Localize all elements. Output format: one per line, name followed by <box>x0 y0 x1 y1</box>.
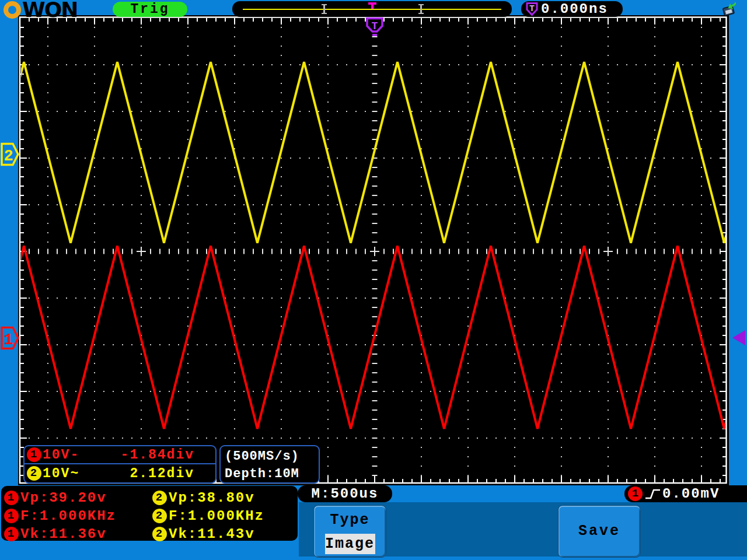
measurement-ch2-f: 2 F:1.000KHz <box>149 508 298 524</box>
horizontal-position-ruler <box>232 1 512 17</box>
measurements-panel: 1 Vp:39.20v 2 Vp:38.80v 1 F:1.000KHz 2 F… <box>1 486 298 541</box>
ch1-badge: 1 <box>4 491 19 505</box>
channel1-info-row: 1 10V- -1.84div <box>25 446 215 464</box>
trigger-level-readout: 1 0.00mV <box>624 485 747 502</box>
channel2-position-marker[interactable]: 2 <box>2 144 18 166</box>
usb-storage-icon <box>721 1 738 17</box>
sample-rate: (500MS/s) <box>225 448 319 466</box>
record-depth: Depth:10M <box>225 466 319 483</box>
channel-info-overlay: 1 10V- -1.84div 2 10V~ 2.12div <box>23 445 217 484</box>
channel1-offset: -1.84div <box>121 447 194 463</box>
measurement-ch1-vk: 1 Vk:11.36v <box>1 526 149 542</box>
measurement-ch2-vp: 2 Vp:38.80v <box>149 490 298 506</box>
owon-logo: WON <box>4 1 77 19</box>
type-button-title: Type <box>314 512 386 528</box>
timebase-readout: M:500us <box>298 485 392 502</box>
channel2-badge: 2 <box>27 466 41 481</box>
trigger-level-value: 0.00mV <box>662 486 720 502</box>
window-right-marker <box>420 4 422 14</box>
trigger-time-value: 0.000ns <box>541 1 608 17</box>
svg-text:T: T <box>529 4 535 14</box>
acquisition-info-overlay: (500MS/s) Depth:10M <box>219 445 320 484</box>
trigger-level-marker[interactable] <box>732 330 745 345</box>
svg-text:2: 2 <box>4 148 13 165</box>
measurement-ch2-vk: 2 Vk:11.43v <box>149 526 298 542</box>
ch2-badge: 2 <box>152 509 167 523</box>
channel2-info-row: 2 10V~ 2.12div <box>25 464 215 482</box>
ch2-badge: 2 <box>152 491 167 505</box>
channel1-position-marker[interactable]: 1 <box>2 328 18 349</box>
trigger-position-ruler-icon <box>368 2 376 9</box>
svg-text:1: 1 <box>4 331 13 349</box>
logo-o-ring <box>4 1 21 19</box>
trigger-time-icon: T <box>525 2 539 16</box>
type-button[interactable]: Type Image <box>313 505 386 558</box>
channel1-badge: 1 <box>27 447 41 462</box>
measurement-ch1-f: 1 F:1.000KHz <box>1 508 149 524</box>
trigger-status-badge: Trig <box>113 2 187 17</box>
type-button-value: Image <box>325 534 375 554</box>
ch1-badge: 1 <box>4 527 19 541</box>
channel2-scale: 10V~ <box>43 466 79 481</box>
trigger-source-badge: 1 <box>628 487 643 501</box>
save-button[interactable]: Save <box>558 505 641 558</box>
channel2-offset: 2.12div <box>130 466 194 481</box>
display-background <box>18 15 729 485</box>
window-left-marker <box>323 4 325 14</box>
ch2-badge: 2 <box>152 527 167 541</box>
svg-text:T: T <box>372 20 378 32</box>
logo-letters: WON <box>22 1 77 19</box>
trigger-time-readout: T 0.000ns <box>521 1 623 17</box>
ruler-line <box>243 9 501 10</box>
channel1-scale: 10V- <box>43 447 79 463</box>
ch1-badge: 1 <box>4 509 19 523</box>
rising-edge-icon <box>645 487 661 501</box>
measurement-ch1-vp: 1 Vp:39.20v <box>1 490 149 506</box>
